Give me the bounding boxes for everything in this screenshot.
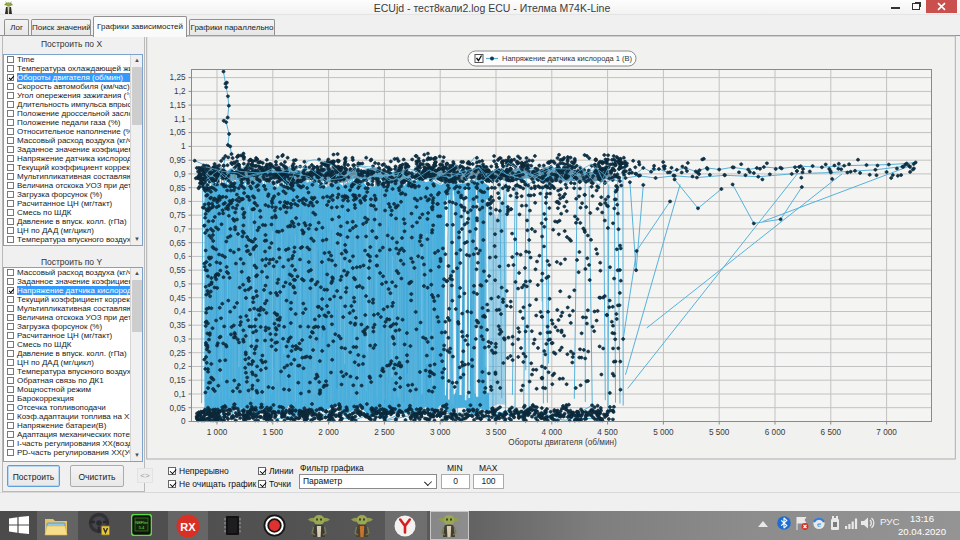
svg-text:2 500: 2 500 — [374, 428, 395, 437]
svg-text:2 000: 2 000 — [318, 428, 339, 437]
svg-text:5 000: 5 000 — [653, 428, 674, 437]
svg-text:0,75: 0,75 — [170, 211, 186, 220]
svg-text:0,45: 0,45 — [170, 294, 186, 303]
svg-text:0,9: 0,9 — [174, 170, 186, 179]
svg-text:5 500: 5 500 — [709, 428, 730, 437]
svg-text:0,7: 0,7 — [174, 225, 186, 234]
svg-text:0,25: 0,25 — [170, 349, 186, 358]
svg-text:0,55: 0,55 — [170, 266, 186, 275]
svg-text:0: 0 — [181, 417, 186, 426]
svg-text:0,3: 0,3 — [174, 335, 186, 344]
svg-text:0,6: 0,6 — [174, 252, 186, 261]
svg-text:1,05: 1,05 — [170, 128, 186, 137]
svg-text:1 000: 1 000 — [207, 428, 228, 437]
svg-text:0,4: 0,4 — [174, 307, 186, 316]
svg-text:4 000: 4 000 — [542, 428, 563, 437]
svg-text:1,25: 1,25 — [170, 73, 186, 82]
svg-text:1,1: 1,1 — [174, 115, 186, 124]
svg-text:6 500: 6 500 — [821, 428, 842, 437]
svg-text:6 000: 6 000 — [765, 428, 786, 437]
svg-text:0,8: 0,8 — [174, 197, 186, 206]
svg-text:1,2: 1,2 — [174, 87, 186, 96]
svg-text:1,15: 1,15 — [170, 101, 186, 110]
svg-text:0,35: 0,35 — [170, 321, 186, 330]
svg-text:7 000: 7 000 — [876, 428, 897, 437]
svg-text:Напряжение датчика кислорода 1: Напряжение датчика кислорода 1 (В) — [502, 54, 633, 63]
svg-text:3 500: 3 500 — [486, 428, 507, 437]
svg-text:3 000: 3 000 — [430, 428, 451, 437]
svg-text:RX: RX — [180, 521, 196, 533]
svg-text:1 500: 1 500 — [263, 428, 284, 437]
svg-text:0,05: 0,05 — [170, 404, 186, 413]
svg-text:0,15: 0,15 — [170, 376, 186, 385]
svg-text:5.4: 5.4 — [139, 525, 145, 530]
svg-text:0,1: 0,1 — [174, 390, 186, 399]
svg-text:0,65: 0,65 — [170, 239, 186, 248]
svg-text:0,5: 0,5 — [174, 280, 186, 289]
svg-text:0,85: 0,85 — [170, 184, 186, 193]
svg-text:4 500: 4 500 — [597, 428, 618, 437]
svg-text:1: 1 — [181, 142, 186, 151]
svg-text:0,95: 0,95 — [170, 156, 186, 165]
svg-text:e: e — [817, 519, 821, 529]
svg-text:0,2: 0,2 — [174, 362, 186, 371]
svg-text:Обороты двигателя (об/мин): Обороты двигателя (об/мин) — [508, 438, 617, 447]
